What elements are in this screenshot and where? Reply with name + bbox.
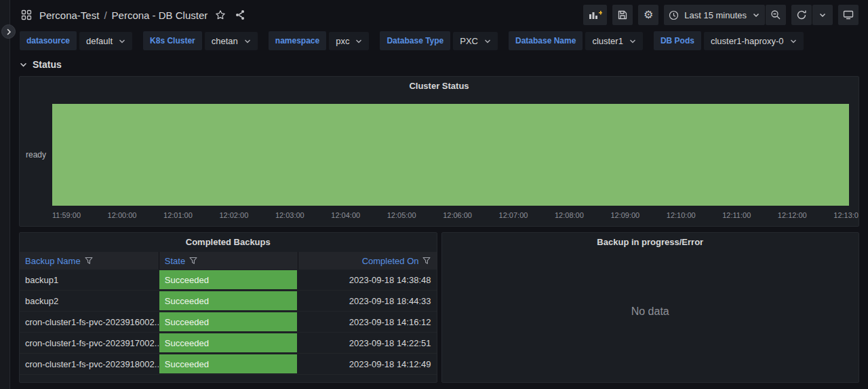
sidebar-rail xyxy=(0,0,10,389)
page-title: Percona-Test / Percona - DB Cluster xyxy=(39,10,208,21)
dashboard-content: Percona-Test / Percona - DB Cluster xyxy=(10,0,868,389)
variable-database-name: Database Namecluster1 xyxy=(509,31,643,50)
state-badge[interactable]: Succeeded xyxy=(159,291,297,310)
breadcrumb-folder[interactable]: Percona-Test xyxy=(39,10,99,21)
x-axis-tick: 12:09:00 xyxy=(610,211,639,219)
backup-name-cell[interactable]: cron-cluster1-fs-pvc-2023918002... xyxy=(20,354,159,374)
completed-on-cell: 2023-09-18 18:44:33 xyxy=(298,291,437,311)
chevron-down-icon xyxy=(484,38,491,44)
save-dashboard-button[interactable] xyxy=(612,5,633,25)
state-badge[interactable]: Succeeded xyxy=(159,354,297,373)
share-icon xyxy=(235,10,245,20)
completed-on-cell: 2023-09-18 14:38:48 xyxy=(298,270,437,290)
variable-selected-value: default xyxy=(86,37,113,45)
completed-on-cell: 2023-09-18 14:16:12 xyxy=(298,312,437,332)
add-panel-icon xyxy=(588,10,602,20)
backup-name-cell[interactable]: cron-cluster1-fs-pvc-2023916002... xyxy=(20,312,159,332)
table-header-row: Backup NameStateCompleted On xyxy=(20,252,437,270)
variable-label: DB Pods xyxy=(654,31,701,50)
refresh-controls xyxy=(791,5,833,25)
bottom-panels-row: Completed Backups Backup NameStateComple… xyxy=(19,232,859,383)
backup-name-cell[interactable]: backup1 xyxy=(20,270,159,290)
variable-value-dropdown[interactable]: chetan xyxy=(205,32,258,50)
state-badge[interactable]: Succeeded xyxy=(159,270,297,289)
x-axis-tick: 12:04:00 xyxy=(331,211,360,219)
variable-label: K8s Cluster xyxy=(143,31,202,50)
refresh-interval-dropdown[interactable] xyxy=(812,5,833,25)
chevron-right-icon xyxy=(5,29,12,35)
backup-progress-panel: Backup in progress/Error No data xyxy=(441,232,860,383)
variable-selected-value: pxc xyxy=(336,37,349,45)
chevron-down-icon xyxy=(119,38,125,44)
column-header-backup-name[interactable]: Backup Name xyxy=(20,252,159,270)
variable-value-dropdown[interactable]: cluster1-haproxy-0 xyxy=(704,32,804,50)
x-axis-tick: 12:13:0 xyxy=(833,211,859,219)
clock-icon xyxy=(669,10,679,20)
x-axis-tick: 12:02:00 xyxy=(219,211,248,219)
variable-selected-value: cluster1-haproxy-0 xyxy=(711,37,784,45)
completed-on-cell: 2023-09-18 14:12:49 xyxy=(298,354,437,374)
variable-value-dropdown[interactable]: default xyxy=(79,32,132,50)
section-header-status[interactable]: Status xyxy=(10,54,868,73)
filter-funnel-icon[interactable] xyxy=(189,257,197,265)
toolbar: ⚙ Last 15 minutes xyxy=(583,5,859,25)
state-badge[interactable]: Succeeded xyxy=(159,312,297,331)
chevron-down-icon xyxy=(818,11,827,19)
table-row: cron-cluster1-fs-pvc-2023916002...Succee… xyxy=(20,312,437,333)
variable-value-dropdown[interactable]: PXC xyxy=(453,32,498,50)
tv-monitor-icon xyxy=(843,10,854,20)
chevron-down-icon xyxy=(244,38,251,44)
dashboard-settings-button[interactable]: ⚙ xyxy=(638,5,658,25)
breadcrumb: Percona-Test / Percona - DB Cluster xyxy=(20,8,247,22)
sidebar-expand-button[interactable] xyxy=(1,24,16,39)
time-range-picker[interactable]: Last 15 minutes xyxy=(664,5,765,25)
time-controls: Last 15 minutes xyxy=(664,5,786,25)
x-axis-tick: 12:01:00 xyxy=(163,211,193,219)
variable-k8s-cluster: K8s Clusterchetan xyxy=(143,31,258,50)
dashboards-grid-icon[interactable] xyxy=(20,8,33,22)
variable-db-pods: DB Podscluster1-haproxy-0 xyxy=(654,31,804,50)
breadcrumb-dashboard: Percona - DB Cluster xyxy=(112,10,208,21)
column-header-completed-on[interactable]: Completed On xyxy=(298,252,437,270)
x-axis-tick: 12:11:00 xyxy=(722,211,751,219)
state-timeline-band[interactable] xyxy=(52,104,849,206)
x-axis-tick: 12:08:00 xyxy=(555,211,584,219)
state-cell: Succeeded xyxy=(159,291,298,311)
kiosk-mode-button[interactable] xyxy=(838,5,859,25)
filter-funnel-icon[interactable] xyxy=(85,257,93,265)
state-timeline-chart: ready xyxy=(20,104,859,206)
chevron-down-icon xyxy=(20,61,27,69)
x-axis-tick: 12:12:00 xyxy=(778,211,807,219)
save-icon xyxy=(617,10,628,20)
x-axis-tick: 12:07:00 xyxy=(499,211,528,219)
breadcrumb-separator: / xyxy=(104,10,106,21)
chevron-down-icon xyxy=(355,38,362,44)
refresh-icon xyxy=(796,10,807,20)
share-dashboard-button[interactable] xyxy=(233,8,247,22)
filter-funnel-icon[interactable] xyxy=(422,257,431,265)
chevron-down-icon xyxy=(790,38,797,44)
variable-label: Database Type xyxy=(380,31,450,50)
state-badge[interactable]: Succeeded xyxy=(159,333,297,352)
panel-title[interactable]: Completed Backups xyxy=(20,233,437,251)
zoom-out-time-button[interactable] xyxy=(766,5,786,25)
panel-title[interactable]: Backup in progress/Error xyxy=(442,233,859,251)
backup-name-cell[interactable]: backup2 xyxy=(20,291,159,311)
variable-label: Database Name xyxy=(509,31,583,50)
star-dashboard-button[interactable] xyxy=(214,8,227,22)
template-variables-row: datasourcedefaultK8s Clusterchetannamesp… xyxy=(10,30,868,54)
variable-namespace: namespacepxc xyxy=(269,31,370,50)
column-header-state[interactable]: State xyxy=(159,252,298,270)
variable-value-dropdown[interactable]: cluster1 xyxy=(585,32,643,50)
table-row: cron-cluster1-fs-pvc-2023917002...Succee… xyxy=(20,333,437,354)
backup-name-cell[interactable]: cron-cluster1-fs-pvc-2023917002... xyxy=(20,333,159,353)
chevron-down-icon xyxy=(629,38,636,44)
section-title: Status xyxy=(33,59,62,70)
gear-icon: ⚙ xyxy=(644,10,653,20)
panel-title[interactable]: Cluster Status xyxy=(20,77,859,94)
column-header-label: Completed On xyxy=(362,256,419,266)
column-header-label: State xyxy=(165,256,185,266)
add-panel-button[interactable] xyxy=(583,5,607,25)
refresh-button[interactable] xyxy=(791,5,812,25)
variable-value-dropdown[interactable]: pxc xyxy=(329,32,369,50)
